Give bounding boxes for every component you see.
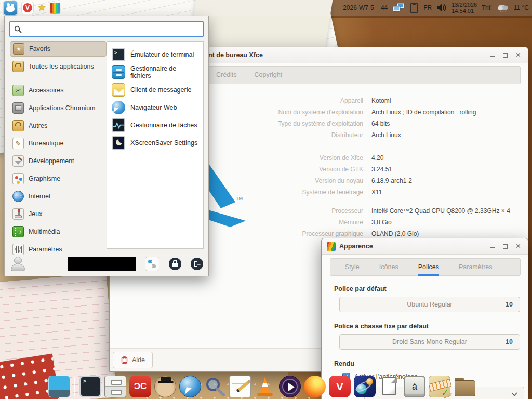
weather-cloud-icon[interactable] [497, 3, 509, 13]
menu-footer [5, 252, 208, 276]
app-xscreensaver[interactable]: XScreenSaver Settings [107, 134, 203, 152]
settings-toggles-button[interactable] [145, 257, 159, 271]
date-label: 13/2/2026 [451, 2, 477, 8]
category-office[interactable]: Bureautique [10, 136, 107, 151]
app-web-browser[interactable]: Navigateur Web [107, 99, 203, 116]
category-favorites[interactable]: Favoris [10, 41, 107, 57]
dock-file-manager[interactable] [104, 376, 126, 397]
whisker-menu-button[interactable] [3, 1, 18, 15]
favorites-folder-icon [13, 43, 24, 55]
toolbox-icon [12, 120, 24, 131]
default-font-size: 10 [506, 301, 513, 308]
lock-screen-button[interactable] [169, 258, 181, 270]
app-mail-client[interactable]: Client de messagerie [107, 81, 203, 99]
about-window-title: nt de bureau Xfce [208, 51, 263, 59]
toolbox-icon [12, 61, 24, 72]
chevron-down-icon [511, 392, 517, 396]
user-avatar[interactable] [10, 256, 25, 272]
dock-vlc[interactable] [254, 376, 276, 397]
search-input[interactable] [28, 25, 199, 33]
category-development[interactable]: Développement [10, 153, 107, 169]
close-icon[interactable] [515, 243, 522, 250]
default-font-button[interactable]: Ubuntu Regular 10 [339, 297, 520, 312]
mono-font-heading: Police à chasse fixe par défaut [334, 323, 515, 330]
time-label: 14:54:01 [451, 8, 477, 14]
category-all-applications[interactable]: Toutes les applications [10, 59, 107, 74]
pen-icon [12, 138, 24, 149]
tab-style[interactable]: Style [345, 259, 360, 276]
dock-measure-tool[interactable] [429, 376, 450, 397]
dock-vivaldi[interactable]: V [329, 376, 351, 397]
tab-fonts[interactable]: Polices [418, 259, 439, 276]
appearance-tab-bar: Style Icônes Polices Paramètres [330, 258, 521, 276]
close-icon[interactable] [515, 52, 522, 59]
username-redacted [68, 257, 136, 271]
dock-libreoffice[interactable] [379, 376, 401, 397]
tab-settings[interactable]: Paramètres [459, 259, 493, 276]
maximize-icon[interactable] [502, 243, 509, 250]
rendering-heading: Rendu [334, 360, 515, 367]
dock-terminal[interactable] [79, 376, 101, 397]
joystick-icon [12, 208, 24, 220]
color-profile-icon[interactable] [50, 3, 60, 13]
appearance-palette-icon [327, 242, 336, 251]
keyboard-layout[interactable]: FR [423, 4, 432, 11]
app-task-manager[interactable]: Gestionnaire de tâches [107, 116, 203, 134]
category-graphics[interactable]: Graphisme [10, 171, 107, 187]
dock-double-commander[interactable]: ƆC [129, 376, 151, 397]
trowel-icon [12, 155, 24, 167]
vivaldi-launcher[interactable] [21, 2, 34, 14]
minimize-icon[interactable] [489, 52, 496, 59]
favorites-panel: Émulateur de terminal Gestionnaire de fi… [107, 41, 204, 249]
dock-folder[interactable] [454, 376, 475, 397]
minimize-icon[interactable] [489, 243, 496, 250]
user-short-label[interactable]: Trit’ [482, 4, 492, 11]
dock-text-editor[interactable] [229, 376, 251, 397]
appearance-titlebar[interactable]: Apparence [322, 238, 528, 255]
category-chromium-apps[interactable]: Applications Chromium [10, 100, 107, 116]
maximize-icon[interactable] [502, 52, 509, 59]
tab-copyright[interactable]: Copyright [255, 66, 283, 84]
dock-cat-app[interactable] [154, 376, 176, 397]
dock-planetarium[interactable] [354, 376, 376, 397]
terminal-icon [112, 48, 125, 61]
category-multimedia[interactable]: Multimédia [10, 224, 107, 240]
help-button[interactable]: Aide [113, 352, 153, 368]
temperature-label[interactable]: 11 °C [514, 4, 529, 11]
category-games[interactable]: Jeux [10, 206, 107, 222]
screensaver-moon-icon [112, 136, 125, 150]
clipboard-icon[interactable] [409, 2, 419, 14]
globe-cursor-icon [112, 101, 125, 114]
logout-button[interactable] [191, 258, 203, 270]
star-launcher-icon[interactable]: ★ [37, 2, 46, 14]
category-accessories[interactable]: Accessoires [10, 83, 107, 98]
search-icon [14, 25, 22, 33]
category-internet[interactable]: Internet [10, 189, 107, 204]
dock-web-browser[interactable] [179, 376, 201, 397]
clock[interactable]: 13/2/2026 14:54:01 [451, 2, 477, 14]
pulse-monitor-icon [112, 118, 125, 132]
dock-search[interactable] [204, 376, 226, 397]
dock-media-player[interactable] [279, 376, 301, 397]
whisker-menu: Favoris Toutes les applications Accessoi… [4, 16, 209, 276]
network-icon[interactable] [392, 3, 405, 13]
mono-font-button[interactable]: Droid Sans Mono Regular 10 [339, 334, 520, 350]
search-box[interactable] [9, 21, 204, 37]
app-file-manager[interactable]: Gestionnaire de fichiers [107, 63, 203, 81]
dock-firefox[interactable] [304, 376, 326, 397]
week-number-label[interactable]: 2026-W7-5 – 44 [343, 4, 388, 11]
text-cursor [23, 25, 23, 33]
app-terminal-emulator[interactable]: Émulateur de terminal [107, 46, 203, 63]
globe-icon [12, 191, 24, 202]
appearance-window-title: Apparence [339, 243, 373, 250]
lifebuoy-icon [121, 356, 128, 364]
dock-show-desktop[interactable] [48, 376, 70, 397]
tab-icons[interactable]: Icônes [379, 259, 398, 276]
volume-icon[interactable] [436, 3, 447, 12]
tab-credits[interactable]: Crédits [216, 66, 237, 84]
dock-character-map[interactable]: à [404, 376, 425, 397]
category-other[interactable]: Autres [10, 118, 107, 134]
top-panel: ★ 2026-W7-5 – 44 FR 13/2/2026 14:54:01 T… [0, 0, 532, 16]
vlc-cone-icon [254, 376, 276, 397]
dock: ƆC V à [48, 376, 475, 397]
